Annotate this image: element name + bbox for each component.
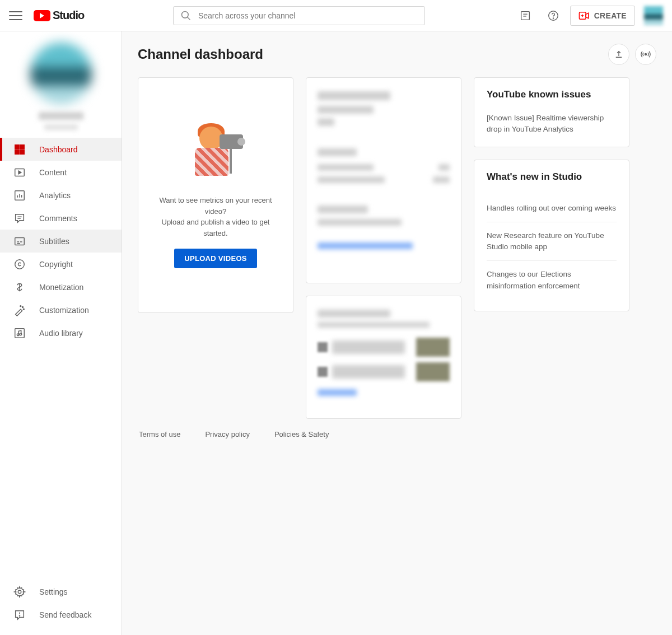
sidebar-footer: Settings Send feedback: [0, 576, 122, 635]
dashboard-icon: [13, 143, 26, 156]
svg-point-27: [20, 305, 21, 306]
sidebar: Dashboard Content Analytics Comments Sub…: [0, 31, 122, 635]
content-icon: [13, 166, 26, 179]
svg-point-31: [20, 333, 22, 335]
page-title: Channel dashboard: [138, 46, 603, 62]
sidebar-item-settings[interactable]: Settings: [0, 580, 122, 603]
analytics-icon: [13, 189, 26, 202]
news-item[interactable]: New Research feature on YouTube Studio m…: [487, 222, 617, 262]
sidebar-item-monetization[interactable]: Monetization: [0, 276, 122, 298]
sidebar-item-label: Content: [39, 168, 67, 177]
svg-point-30: [17, 333, 19, 335]
channel-header[interactable]: [0, 31, 122, 138]
sidebar-item-label: Copyright: [39, 260, 73, 269]
footer-links: Terms of use Privacy policy Policies & S…: [138, 419, 656, 450]
go-live-button[interactable]: [635, 44, 656, 65]
channel-handle-placeholder: [44, 124, 78, 130]
analytics-summary-card[interactable]: [306, 77, 461, 283]
sidebar-item-subtitles[interactable]: Subtitles: [0, 230, 122, 253]
svg-rect-11: [20, 144, 24, 148]
monetization-icon: [13, 281, 26, 293]
svg-rect-13: [20, 150, 24, 153]
app-header: Studio CREATE: [0, 0, 672, 31]
svg-point-6: [553, 18, 553, 18]
svg-point-32: [18, 590, 21, 594]
create-camera-icon: [578, 12, 590, 20]
search-input[interactable]: [198, 11, 418, 20]
sidebar-item-label: Audio library: [39, 329, 83, 338]
svg-point-34: [19, 615, 20, 616]
known-issue-item[interactable]: [Known Issue] Realtime viewership drop i…: [487, 113, 617, 136]
svg-point-25: [15, 259, 25, 269]
logo-text: Studio: [53, 9, 84, 22]
svg-rect-2: [521, 11, 529, 20]
svg-rect-29: [15, 328, 25, 338]
customization-icon: [13, 304, 26, 316]
upload-action-button[interactable]: [608, 44, 629, 65]
create-button[interactable]: CREATE: [570, 6, 635, 26]
feedback-icon: [13, 609, 26, 621]
youtube-play-icon: [34, 10, 50, 21]
upload-prompt-card: Want to see metrics on your recent video…: [138, 77, 293, 313]
live-icon: [641, 49, 651, 59]
sidebar-item-copyright[interactable]: Copyright: [0, 253, 122, 276]
upload-prompt-text: Want to see metrics on your recent video…: [150, 195, 282, 239]
upload-icon: [614, 49, 624, 59]
sidebar-nav: Dashboard Content Analytics Comments Sub…: [0, 138, 122, 576]
footer-link-terms[interactable]: Terms of use: [139, 430, 180, 438]
sidebar-item-label: Dashboard: [39, 145, 78, 154]
recent-videos-card[interactable]: [306, 296, 461, 419]
news-item[interactable]: Changes to our Elections misinformation …: [487, 261, 617, 300]
comments-icon: [13, 212, 26, 225]
channel-avatar: [30, 43, 92, 104]
search-box[interactable]: [173, 6, 425, 25]
svg-line-1: [187, 17, 190, 20]
whats-new-card: What's new in Studio Handles rolling out…: [474, 160, 629, 311]
sidebar-item-label: Send feedback: [39, 610, 91, 619]
hamburger-icon[interactable]: [9, 9, 22, 22]
sidebar-item-customization[interactable]: Customization: [0, 298, 122, 321]
sidebar-item-label: Monetization: [39, 283, 83, 292]
help-icon[interactable]: [542, 4, 564, 27]
sidebar-item-comments[interactable]: Comments: [0, 207, 122, 230]
svg-point-35: [645, 54, 647, 55]
audio-library-icon: [13, 327, 26, 339]
svg-point-28: [23, 309, 24, 310]
subtitles-icon: [13, 235, 26, 248]
sidebar-item-label: Subtitles: [39, 237, 69, 246]
svg-point-26: [22, 306, 24, 307]
svg-rect-12: [15, 150, 19, 153]
sidebar-item-content[interactable]: Content: [0, 161, 122, 184]
copyright-icon: [13, 258, 26, 270]
known-issues-card: YouTube known issues [Known Issue] Realt…: [474, 77, 629, 147]
search-icon: [180, 10, 192, 21]
footer-link-policies[interactable]: Policies & Safety: [274, 430, 329, 438]
sidebar-item-label: Analytics: [39, 191, 71, 200]
youtube-studio-logo[interactable]: Studio: [34, 9, 84, 22]
upload-videos-button[interactable]: UPLOAD VIDEOS: [174, 249, 257, 268]
channel-name-placeholder: [39, 112, 83, 120]
svg-rect-10: [15, 144, 19, 148]
account-avatar[interactable]: [644, 6, 663, 25]
sidebar-item-dashboard[interactable]: Dashboard: [0, 138, 122, 161]
sidebar-item-label: Settings: [39, 587, 68, 596]
svg-point-0: [181, 11, 188, 18]
whats-new-title: What's new in Studio: [487, 171, 617, 183]
known-issues-title: YouTube known issues: [487, 89, 617, 100]
news-item[interactable]: Handles rolling out over coming weeks: [487, 195, 617, 222]
sidebar-item-feedback[interactable]: Send feedback: [0, 603, 122, 626]
footer-link-privacy[interactable]: Privacy policy: [205, 430, 249, 438]
gear-icon: [13, 586, 26, 598]
svg-rect-21: [15, 237, 25, 245]
sidebar-item-label: Comments: [39, 214, 77, 223]
notes-icon[interactable]: [514, 4, 536, 27]
main-content: Channel dashboard Want to see metrics on…: [122, 31, 672, 635]
create-label: CREATE: [594, 11, 627, 20]
sidebar-item-label: Customization: [39, 306, 89, 315]
upload-illustration: [185, 122, 246, 184]
sidebar-item-audio-library[interactable]: Audio library: [0, 321, 122, 344]
sidebar-item-analytics[interactable]: Analytics: [0, 184, 122, 207]
